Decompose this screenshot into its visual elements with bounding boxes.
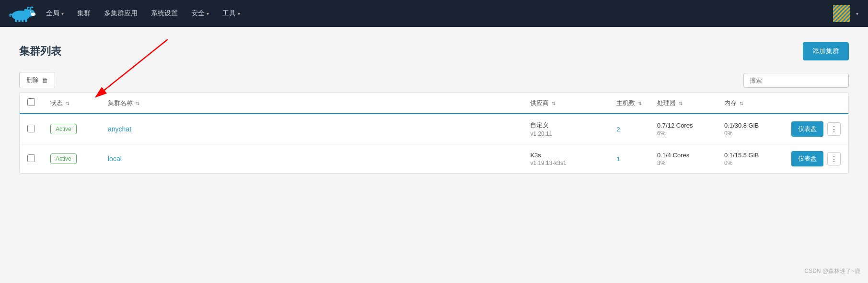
- mem-pct: 0%: [724, 130, 776, 137]
- col-header-actions: [784, 93, 848, 114]
- provider-version: v1.19.13-k3s1: [530, 160, 601, 166]
- sort-icon: ⇅: [66, 101, 69, 106]
- col-header-memory[interactable]: 内存 ⇅: [717, 93, 784, 114]
- nav-settings[interactable]: 系统设置: [145, 5, 184, 22]
- cluster-name-link[interactable]: anychat: [108, 125, 131, 133]
- add-cluster-button[interactable]: 添加集群: [803, 42, 849, 60]
- svg-rect-9: [25, 19, 27, 22]
- row-checkbox-cell: [20, 144, 43, 174]
- col-header-name[interactable]: 集群名称 ⇅: [100, 93, 522, 114]
- nav-security[interactable]: 安全 ▾: [185, 5, 215, 22]
- provider-version: v1.20.11: [530, 130, 601, 137]
- row-actions-cell: 仪表盘 ⋮: [784, 114, 848, 144]
- user-dropdown-icon[interactable]: ▾: [854, 9, 860, 18]
- toolbar: 删除 🗑: [19, 72, 849, 88]
- col-header-hosts[interactable]: 主机数 ⇅: [609, 93, 649, 114]
- row-hosts-cell: 2: [609, 114, 649, 144]
- table-row: Active anychat 自定义 v1.20.11 2 0.7/12 Cor…: [20, 114, 848, 144]
- svg-point-5: [31, 12, 32, 12]
- row-checkbox[interactable]: [27, 125, 35, 132]
- sort-icon: ⇅: [679, 101, 683, 106]
- cluster-table: 状态 ⇅ 集群名称 ⇅ 供应商 ⇅ 主机数 ⇅: [19, 92, 849, 174]
- more-options-button[interactable]: ⋮: [827, 152, 841, 165]
- svg-rect-8: [22, 19, 23, 22]
- navbar: 全局 ▾ 集群 多集群应用 系统设置 安全 ▾ 工具 ▾ ▾: [0, 0, 868, 27]
- row-mem-cell: 0.1/30.8 GiB 0%: [717, 114, 784, 144]
- row-name-cell: anychat: [100, 114, 522, 144]
- cpu-usage: 0.7/12 Cores: [657, 122, 709, 129]
- chevron-down-icon: ▾: [207, 11, 209, 16]
- row-checkbox-cell: [20, 114, 43, 144]
- svg-point-2: [24, 9, 27, 12]
- row-status-cell: Active: [43, 114, 100, 144]
- sort-icon: ⇅: [136, 101, 139, 106]
- row-cpu-cell: 0.1/4 Cores 3%: [649, 144, 717, 174]
- row-provider-cell: K3s v1.19.13-k3s1: [522, 144, 609, 174]
- row-mem-cell: 0.1/15.5 GiB 0%: [717, 144, 784, 174]
- watermark: CSDN @森林迷了~鹿: [804, 267, 860, 275]
- nav-cluster[interactable]: 集群: [71, 5, 96, 22]
- more-options-button[interactable]: ⋮: [827, 122, 841, 136]
- select-all-checkbox[interactable]: [27, 98, 35, 106]
- row-hosts-cell: 1: [609, 144, 649, 174]
- delete-button[interactable]: 删除 🗑: [19, 72, 55, 88]
- status-badge: Active: [50, 124, 77, 134]
- row-provider-cell: 自定义 v1.20.11: [522, 114, 609, 144]
- search-input[interactable]: [743, 73, 849, 88]
- cpu-pct: 6%: [657, 130, 709, 137]
- dashboard-button[interactable]: 仪表盘: [791, 121, 823, 137]
- chevron-down-icon: ▾: [61, 11, 64, 16]
- col-header-cpu[interactable]: 处理器 ⇅: [649, 93, 717, 114]
- page-title: 集群列表: [19, 44, 61, 59]
- row-cpu-cell: 0.7/12 Cores 6%: [649, 114, 717, 144]
- logo[interactable]: [8, 5, 36, 22]
- provider-name: K3s: [530, 152, 601, 159]
- sort-icon: ⇅: [740, 101, 743, 106]
- row-name-cell: local: [100, 144, 522, 174]
- cpu-pct: 3%: [657, 160, 709, 166]
- row-actions-cell: 仪表盘 ⋮: [784, 144, 848, 174]
- nav-multiapp[interactable]: 多集群应用: [98, 5, 143, 22]
- select-all-header: [20, 93, 43, 114]
- page-header: 集群列表 添加集群: [19, 42, 849, 60]
- table-row: Active local K3s v1.19.13-k3s1 1 0.1/4 C…: [20, 144, 848, 174]
- cpu-usage: 0.1/4 Cores: [657, 152, 709, 159]
- mem-usage: 0.1/30.8 GiB: [724, 122, 776, 129]
- host-count[interactable]: 1: [616, 155, 620, 163]
- nav-tools[interactable]: 工具 ▾: [217, 5, 246, 22]
- avatar[interactable]: [833, 5, 850, 22]
- sort-icon: ⇅: [552, 101, 556, 106]
- trash-icon: 🗑: [42, 77, 48, 84]
- chevron-down-icon: ▾: [238, 11, 240, 16]
- host-count[interactable]: 2: [616, 126, 620, 133]
- sort-icon: ⇅: [638, 101, 642, 106]
- status-badge: Active: [50, 153, 77, 164]
- mem-usage: 0.1/15.5 GiB: [724, 152, 776, 159]
- row-checkbox[interactable]: [27, 154, 35, 162]
- main-content: 集群列表 添加集群 删除 🗑 状态: [0, 27, 868, 283]
- cluster-name-link[interactable]: local: [108, 155, 122, 163]
- svg-point-3: [31, 12, 35, 16]
- col-header-provider[interactable]: 供应商 ⇅: [522, 93, 609, 114]
- mem-pct: 0%: [724, 160, 776, 166]
- dashboard-button[interactable]: 仪表盘: [791, 151, 823, 166]
- svg-rect-7: [18, 19, 20, 22]
- row-status-cell: Active: [43, 144, 100, 174]
- navbar-menu: 全局 ▾ 集群 多集群应用 系统设置 安全 ▾ 工具 ▾: [40, 5, 833, 22]
- nav-global[interactable]: 全局 ▾: [40, 5, 69, 22]
- col-header-status[interactable]: 状态 ⇅: [43, 93, 100, 114]
- svg-rect-6: [15, 19, 17, 22]
- provider-name: 自定义: [530, 121, 601, 130]
- navbar-right: ▾: [833, 5, 860, 22]
